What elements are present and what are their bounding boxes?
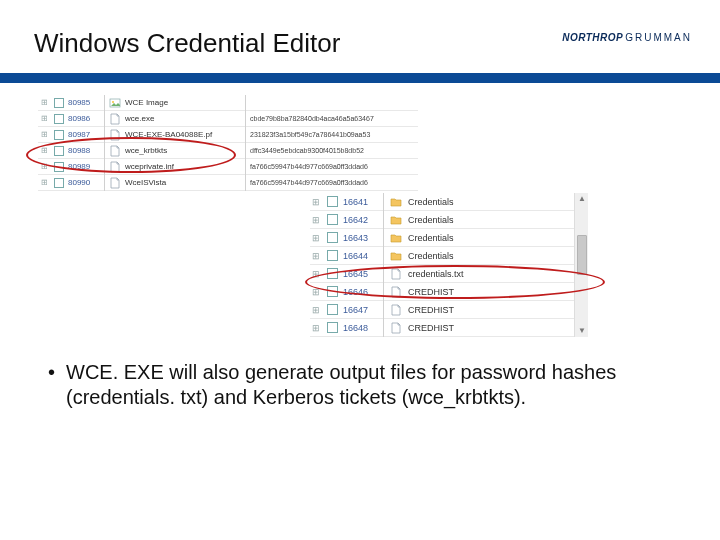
row-hash: dffc3449e5ebdcab9300f4015b8db52 xyxy=(250,147,418,154)
title-divider-bar xyxy=(0,73,720,83)
row-hash: 231823f3a15bf549c7a786441b09aa53 xyxy=(250,131,418,138)
column-divider xyxy=(245,175,246,191)
row-name: Credentials xyxy=(408,215,588,225)
column-divider xyxy=(383,193,384,211)
scroll-down-arrow[interactable]: ▼ xyxy=(578,327,586,335)
bullet-text: WCE. EXE will also generate output files… xyxy=(66,360,672,410)
column-divider xyxy=(245,127,246,143)
checkbox[interactable] xyxy=(327,250,338,261)
file-icon xyxy=(109,177,121,189)
checkbox[interactable] xyxy=(54,98,64,108)
row-hash: cbde79b8ba782840db4aca46a5a63467 xyxy=(250,115,418,122)
column-divider xyxy=(383,229,384,247)
expand-icon[interactable]: ⊞ xyxy=(38,130,50,139)
row-name: wce.exe xyxy=(125,114,245,123)
column-divider xyxy=(383,211,384,229)
expand-icon[interactable]: ⊞ xyxy=(310,305,322,315)
image-icon xyxy=(109,97,121,109)
row-id: 80985 xyxy=(68,98,104,107)
checkbox[interactable] xyxy=(54,130,64,140)
bullet-dot: • xyxy=(48,360,66,410)
row-name: Credentials xyxy=(408,233,588,243)
list-item[interactable]: ⊞16641Credentials xyxy=(310,193,588,211)
column-divider xyxy=(245,143,246,159)
expand-icon[interactable]: ⊞ xyxy=(310,251,322,261)
column-divider xyxy=(245,159,246,175)
list-item[interactable]: ⊞80990WceISVistafa766c59947b44d977c669a0… xyxy=(38,175,418,191)
row-name: CREDHIST xyxy=(408,323,588,333)
column-divider xyxy=(383,319,384,337)
list-item[interactable]: ⊞80985WCE Image xyxy=(38,95,418,111)
column-divider xyxy=(383,301,384,319)
row-name: WceISVista xyxy=(125,178,245,187)
checkbox[interactable] xyxy=(327,214,338,225)
row-name: Credentials xyxy=(408,197,588,207)
column-divider xyxy=(245,111,246,127)
row-name: WCE Image xyxy=(125,98,245,107)
column-divider xyxy=(104,175,105,191)
expand-icon[interactable]: ⊞ xyxy=(310,197,322,207)
file-icon xyxy=(389,322,403,334)
checkbox[interactable] xyxy=(327,322,338,333)
list-item[interactable]: ⊞16643Credentials xyxy=(310,229,588,247)
highlight-oval-1 xyxy=(26,137,236,173)
row-id: 16643 xyxy=(343,233,383,243)
row-id: 16644 xyxy=(343,251,383,261)
column-divider xyxy=(245,95,246,111)
list-item[interactable]: ⊞16648CREDHIST xyxy=(310,319,588,337)
scrollbar[interactable]: ▲ ▼ xyxy=(574,193,588,337)
row-id: 16648 xyxy=(343,323,383,333)
list-item[interactable]: ⊞16647CREDHIST xyxy=(310,301,588,319)
body-text: • WCE. EXE will also generate output fil… xyxy=(48,360,672,410)
checkbox[interactable] xyxy=(327,232,338,243)
highlight-oval-2 xyxy=(305,265,605,299)
file-icon xyxy=(109,113,121,125)
expand-icon[interactable]: ⊞ xyxy=(310,233,322,243)
expand-icon[interactable]: ⊞ xyxy=(38,178,50,187)
expand-icon[interactable]: ⊞ xyxy=(38,98,50,107)
folder-icon xyxy=(389,232,403,244)
column-divider xyxy=(104,111,105,127)
scroll-up-arrow[interactable]: ▲ xyxy=(578,195,586,203)
checkbox[interactable] xyxy=(54,178,64,188)
list-item[interactable]: ⊞16644Credentials xyxy=(310,247,588,265)
column-divider xyxy=(383,247,384,265)
folder-icon xyxy=(389,250,403,262)
row-hash: fa766c59947b44d977c669a0ff3ddad6 xyxy=(250,163,418,170)
row-id: 16641 xyxy=(343,197,383,207)
expand-icon[interactable]: ⊞ xyxy=(310,215,322,225)
expand-icon[interactable]: ⊞ xyxy=(310,323,322,333)
column-divider xyxy=(104,95,105,111)
checkbox[interactable] xyxy=(327,196,338,207)
list-item[interactable]: ⊞16642Credentials xyxy=(310,211,588,229)
checkbox[interactable] xyxy=(54,114,64,124)
folder-icon xyxy=(389,196,403,208)
checkbox[interactable] xyxy=(327,304,338,315)
row-id: 80990 xyxy=(68,178,104,187)
expand-icon[interactable]: ⊞ xyxy=(38,114,50,123)
file-icon xyxy=(389,304,403,316)
row-id: 16647 xyxy=(343,305,383,315)
list-item[interactable]: ⊞80986wce.execbde79b8ba782840db4aca46a5a… xyxy=(38,111,418,127)
row-name: Credentials xyxy=(408,251,588,261)
row-name: CREDHIST xyxy=(408,305,588,315)
scroll-thumb[interactable] xyxy=(577,235,587,275)
brand-logo: NORTHROPGRUMMAN xyxy=(562,32,692,43)
row-id: 16642 xyxy=(343,215,383,225)
row-id: 80986 xyxy=(68,114,104,123)
folder-icon xyxy=(389,214,403,226)
row-hash: fa766c59947b44d977c669a0ff3ddad6 xyxy=(250,179,418,186)
